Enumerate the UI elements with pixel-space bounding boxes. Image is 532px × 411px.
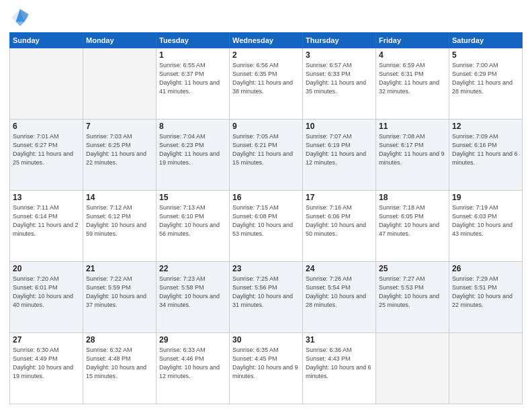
day-info: Sunrise: 7:04 AMSunset: 6:23 PMDaylight:… [159, 132, 226, 167]
day-info: Sunrise: 7:16 AMSunset: 6:06 PMDaylight:… [306, 203, 373, 238]
calendar-cell: 27Sunrise: 6:30 AMSunset: 4:49 PMDayligh… [10, 333, 83, 404]
day-number: 31 [306, 335, 373, 345]
day-info: Sunrise: 6:35 AMSunset: 4:45 PMDaylight:… [232, 346, 300, 381]
weekday-header-row: SundayMondayTuesdayWednesdayThursdayFrid… [10, 33, 523, 48]
day-number: 14 [86, 193, 153, 202]
day-info: Sunrise: 7:22 AMSunset: 5:59 PMDaylight:… [86, 275, 153, 310]
calendar-week-row: 13Sunrise: 7:11 AMSunset: 6:14 PMDayligh… [10, 191, 523, 262]
day-info: Sunrise: 6:36 AMSunset: 4:43 PMDaylight:… [306, 346, 373, 381]
day-number: 23 [232, 264, 300, 273]
day-info: Sunrise: 7:27 AMSunset: 5:53 PMDaylight:… [379, 275, 446, 310]
calendar-cell: 15Sunrise: 7:13 AMSunset: 6:10 PMDayligh… [157, 191, 230, 262]
day-number: 11 [379, 122, 446, 131]
calendar-cell [10, 48, 83, 120]
day-info: Sunrise: 7:11 AMSunset: 6:14 PMDaylight:… [13, 203, 80, 238]
day-number: 26 [452, 264, 519, 273]
logo-icon [9, 7, 31, 28]
day-number: 4 [379, 50, 446, 60]
weekday-header-friday: Friday [376, 33, 449, 48]
calendar-cell: 2Sunrise: 6:56 AMSunset: 6:35 PMDaylight… [230, 48, 303, 120]
calendar-cell: 22Sunrise: 7:23 AMSunset: 5:58 PMDayligh… [157, 262, 230, 333]
day-number: 22 [159, 264, 226, 273]
header [9, 7, 523, 28]
day-number: 27 [13, 335, 80, 345]
calendar-cell: 29Sunrise: 6:33 AMSunset: 4:46 PMDayligh… [157, 333, 230, 404]
calendar-cell: 6Sunrise: 7:01 AMSunset: 6:27 PMDaylight… [10, 120, 83, 191]
logo [9, 7, 34, 28]
calendar-week-row: 6Sunrise: 7:01 AMSunset: 6:27 PMDaylight… [10, 120, 523, 191]
day-number: 25 [379, 264, 446, 273]
weekday-header-sunday: Sunday [10, 33, 83, 48]
calendar-cell: 23Sunrise: 7:25 AMSunset: 5:56 PMDayligh… [230, 262, 303, 333]
calendar-cell: 10Sunrise: 7:07 AMSunset: 6:19 PMDayligh… [303, 120, 376, 191]
calendar-cell: 7Sunrise: 7:03 AMSunset: 6:25 PMDaylight… [83, 120, 157, 191]
day-number: 8 [159, 122, 226, 131]
day-info: Sunrise: 7:23 AMSunset: 5:58 PMDaylight:… [159, 275, 226, 310]
day-info: Sunrise: 6:30 AMSunset: 4:49 PMDaylight:… [13, 346, 80, 381]
calendar-cell: 3Sunrise: 6:57 AMSunset: 6:33 PMDaylight… [303, 48, 376, 120]
day-info: Sunrise: 7:05 AMSunset: 6:21 PMDaylight:… [232, 132, 300, 167]
page: SundayMondayTuesdayWednesdayThursdayFrid… [0, 0, 532, 411]
calendar-cell: 13Sunrise: 7:11 AMSunset: 6:14 PMDayligh… [10, 191, 83, 262]
day-info: Sunrise: 7:15 AMSunset: 6:08 PMDaylight:… [232, 203, 300, 238]
calendar-cell: 20Sunrise: 7:20 AMSunset: 6:01 PMDayligh… [10, 262, 83, 333]
calendar-cell: 1Sunrise: 6:55 AMSunset: 6:37 PMDaylight… [157, 48, 230, 120]
calendar-cell: 8Sunrise: 7:04 AMSunset: 6:23 PMDaylight… [157, 120, 230, 191]
day-info: Sunrise: 7:19 AMSunset: 6:03 PMDaylight:… [452, 203, 519, 238]
day-info: Sunrise: 7:29 AMSunset: 5:51 PMDaylight:… [452, 275, 519, 310]
calendar-cell [449, 333, 523, 404]
calendar-cell: 26Sunrise: 7:29 AMSunset: 5:51 PMDayligh… [449, 262, 523, 333]
day-info: Sunrise: 7:12 AMSunset: 6:12 PMDaylight:… [86, 203, 153, 238]
day-info: Sunrise: 6:55 AMSunset: 6:37 PMDaylight:… [159, 61, 226, 96]
day-info: Sunrise: 6:32 AMSunset: 4:48 PMDaylight:… [86, 346, 153, 381]
calendar-cell: 16Sunrise: 7:15 AMSunset: 6:08 PMDayligh… [230, 191, 303, 262]
day-info: Sunrise: 7:00 AMSunset: 6:29 PMDaylight:… [452, 61, 519, 96]
day-number: 6 [13, 122, 80, 131]
calendar-cell: 25Sunrise: 7:27 AMSunset: 5:53 PMDayligh… [376, 262, 449, 333]
day-number: 13 [13, 193, 80, 202]
day-number: 9 [232, 122, 300, 131]
day-number: 21 [86, 264, 153, 273]
calendar-cell [83, 48, 157, 120]
calendar-cell: 19Sunrise: 7:19 AMSunset: 6:03 PMDayligh… [449, 191, 523, 262]
day-info: Sunrise: 7:13 AMSunset: 6:10 PMDaylight:… [159, 203, 226, 238]
weekday-header-tuesday: Tuesday [157, 33, 230, 48]
calendar-cell: 18Sunrise: 7:18 AMSunset: 6:05 PMDayligh… [376, 191, 449, 262]
calendar-cell: 30Sunrise: 6:35 AMSunset: 4:45 PMDayligh… [230, 333, 303, 404]
calendar-cell: 17Sunrise: 7:16 AMSunset: 6:06 PMDayligh… [303, 191, 376, 262]
day-number: 7 [86, 122, 153, 131]
calendar-cell: 21Sunrise: 7:22 AMSunset: 5:59 PMDayligh… [83, 262, 157, 333]
day-info: Sunrise: 7:18 AMSunset: 6:05 PMDaylight:… [379, 203, 446, 238]
day-info: Sunrise: 7:03 AMSunset: 6:25 PMDaylight:… [86, 132, 153, 167]
calendar-week-row: 1Sunrise: 6:55 AMSunset: 6:37 PMDaylight… [10, 48, 523, 120]
day-number: 1 [159, 50, 226, 60]
calendar-cell: 31Sunrise: 6:36 AMSunset: 4:43 PMDayligh… [303, 333, 376, 404]
calendar-cell: 5Sunrise: 7:00 AMSunset: 6:29 PMDaylight… [449, 48, 523, 120]
day-number: 3 [306, 50, 373, 60]
calendar-cell: 14Sunrise: 7:12 AMSunset: 6:12 PMDayligh… [83, 191, 157, 262]
day-number: 2 [232, 50, 300, 60]
day-number: 18 [379, 193, 446, 202]
day-info: Sunrise: 7:07 AMSunset: 6:19 PMDaylight:… [306, 132, 373, 167]
day-info: Sunrise: 6:57 AMSunset: 6:33 PMDaylight:… [306, 61, 373, 96]
day-info: Sunrise: 6:59 AMSunset: 6:31 PMDaylight:… [379, 61, 446, 96]
day-info: Sunrise: 7:26 AMSunset: 5:54 PMDaylight:… [306, 275, 373, 310]
calendar-cell: 11Sunrise: 7:08 AMSunset: 6:17 PMDayligh… [376, 120, 449, 191]
weekday-header-monday: Monday [83, 33, 157, 48]
calendar-cell: 9Sunrise: 7:05 AMSunset: 6:21 PMDaylight… [230, 120, 303, 191]
day-number: 28 [86, 335, 153, 345]
calendar-cell: 28Sunrise: 6:32 AMSunset: 4:48 PMDayligh… [83, 333, 157, 404]
day-number: 19 [452, 193, 519, 202]
day-info: Sunrise: 7:25 AMSunset: 5:56 PMDaylight:… [232, 275, 300, 310]
day-info: Sunrise: 7:09 AMSunset: 6:16 PMDaylight:… [452, 132, 519, 167]
day-number: 5 [452, 50, 519, 60]
day-number: 24 [306, 264, 373, 273]
weekday-header-thursday: Thursday [303, 33, 376, 48]
calendar-cell: 24Sunrise: 7:26 AMSunset: 5:54 PMDayligh… [303, 262, 376, 333]
day-number: 30 [232, 335, 300, 345]
day-number: 15 [159, 193, 226, 202]
day-number: 17 [306, 193, 373, 202]
calendar-cell: 4Sunrise: 6:59 AMSunset: 6:31 PMDaylight… [376, 48, 449, 120]
day-number: 12 [452, 122, 519, 131]
day-info: Sunrise: 6:56 AMSunset: 6:35 PMDaylight:… [232, 61, 300, 96]
